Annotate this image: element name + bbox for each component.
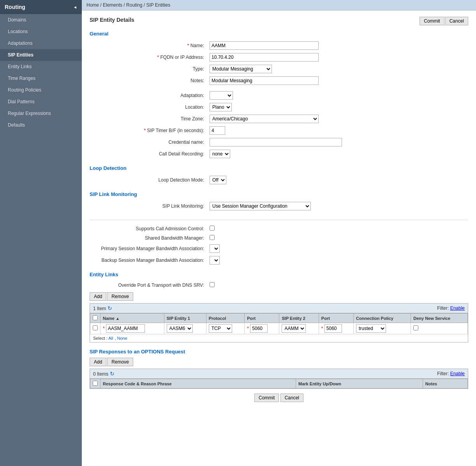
cancel-button-top[interactable]: Cancel <box>445 17 468 25</box>
sidebar-item-dial-patterns[interactable]: Dial Patterns <box>0 96 82 108</box>
admission-section: Supports Call Admission Control: Shared … <box>90 220 468 266</box>
row-protocol-select[interactable]: TCP TLS UDP <box>209 324 232 333</box>
sidebar-item-regular-expressions[interactable]: Regular Expressions <box>0 108 82 119</box>
credential-input[interactable] <box>210 138 342 147</box>
entity-links-remove-btn[interactable]: Remove <box>107 292 133 301</box>
entity-links-table: Name ▲ SIP Entity 1 Protocol Port SIP En… <box>90 313 468 334</box>
sip-link-label: SIP Link Monitoring: <box>90 200 206 212</box>
adaptation-select[interactable] <box>210 91 233 100</box>
entity-links-section: Entity Links Override Port & Transport w… <box>90 272 468 342</box>
primary-bw-label: Primary Session Manager Bandwidth Associ… <box>90 243 206 254</box>
sidebar-item-domains[interactable]: Domains <box>0 14 82 26</box>
row-port2-input[interactable] <box>324 324 342 333</box>
sip-col-notes: Notes <box>423 379 467 388</box>
primary-bw-select[interactable] <box>210 244 220 253</box>
select-all-checkbox[interactable] <box>93 315 98 320</box>
sip-add-btn[interactable]: Add <box>90 358 106 366</box>
entity-links-table-header: 1 Item ↻ Filter: Enable <box>90 304 468 313</box>
type-select[interactable]: Modular Messaging SIP Trunk PSTN Voice P… <box>210 65 272 73</box>
type-label: Type: <box>90 63 206 75</box>
general-form: * Name: * FQDN or IP Address: Type: <box>90 40 468 160</box>
main-content: Home / Elements / Routing / SIP Entities… <box>82 0 476 466</box>
general-section-header: General <box>90 31 468 37</box>
entity-links-count: 1 Item ↻ <box>93 305 112 311</box>
sidebar-arrow-icon: ◄ <box>73 5 77 9</box>
row-checkbox[interactable] <box>93 325 98 330</box>
col-name: Name ▲ <box>100 314 164 323</box>
dns-checkbox[interactable] <box>210 282 215 287</box>
sidebar-item-routing-policies[interactable]: Routing Policies <box>0 84 82 96</box>
col-sip1: SIP Entity 1 <box>164 314 206 323</box>
loop-mode-select[interactable]: Off On <box>210 176 226 184</box>
entity-links-table-wrapper: 1 Item ↻ Filter: Enable <box>90 303 468 342</box>
backup-bw-select[interactable] <box>210 256 220 265</box>
bottom-buttons: Commit Cancel <box>90 394 468 402</box>
timezone-label: Time Zone: <box>90 113 206 125</box>
filter-enable-link[interactable]: Enable <box>450 305 465 311</box>
loop-detection-form: Loop Detection Mode: Off On <box>90 174 468 186</box>
select-none-link[interactable]: None <box>117 336 127 341</box>
sip-responses-buttons: Add Remove <box>90 358 468 366</box>
filter-area: Filter: Enable <box>437 305 465 311</box>
bandwidth-checkbox[interactable] <box>210 235 215 240</box>
row-port1-input[interactable] <box>250 324 268 333</box>
cdr-select[interactable]: none yes <box>210 150 230 158</box>
cancel-button-bottom[interactable]: Cancel <box>280 394 303 402</box>
sip-select-all-checkbox[interactable] <box>93 381 98 386</box>
fqdn-input[interactable] <box>210 53 319 62</box>
sidebar-item-defaults[interactable]: Defaults <box>0 119 82 131</box>
row-connection-policy-select[interactable]: trusted untrusted <box>356 324 386 333</box>
loop-mode-label: Loop Detection Mode: <box>90 174 206 186</box>
refresh-icon[interactable]: ↻ <box>108 305 112 311</box>
name-input[interactable] <box>210 41 319 50</box>
location-select[interactable]: Plano <box>210 103 232 111</box>
sip-timer-input[interactable] <box>210 126 225 135</box>
select-all-link[interactable]: All <box>108 336 113 341</box>
entity-links-buttons: Add Remove <box>90 292 468 301</box>
sip-link-select[interactable]: Use Session Manager Configuration Link M… <box>210 202 311 210</box>
sidebar-item-time-ranges[interactable]: Time Ranges <box>0 72 82 84</box>
col-protocol: Protocol <box>206 314 245 323</box>
location-label: Location: <box>90 101 206 113</box>
dns-form: Override Port & Transport with DNS SRV: <box>90 281 468 290</box>
sidebar-item-locations[interactable]: Locations <box>0 26 82 37</box>
sidebar-routing-label: Routing <box>5 4 25 10</box>
sip-filter-enable-link[interactable]: Enable <box>450 371 465 376</box>
sip-col-checkbox <box>90 379 100 388</box>
sip-remove-btn[interactable]: Remove <box>107 358 133 366</box>
loop-detection-header: Loop Detection <box>90 165 468 171</box>
page-title: SIP Entity Details <box>90 17 134 23</box>
call-admission-label: Supports Call Admission Control: <box>90 224 206 233</box>
fqdn-label: * FQDN or IP Address: <box>90 51 206 63</box>
col-deny: Deny New Service <box>411 314 468 323</box>
notes-input[interactable] <box>210 76 319 85</box>
call-admission-checkbox[interactable] <box>210 226 215 231</box>
commit-button-top[interactable]: Commit <box>420 17 444 25</box>
sidebar-item-adaptations[interactable]: Adaptations <box>0 37 82 49</box>
breadcrumb: Home / Elements / Routing / SIP Entities <box>82 0 476 11</box>
sip-refresh-icon[interactable]: ↻ <box>110 371 115 377</box>
col-port1: Port <box>245 314 279 323</box>
sip-link-header: SIP Link Monitoring <box>90 191 468 197</box>
select-links: Select : All, None <box>90 334 468 342</box>
cdr-label: Call Detail Recording: <box>90 148 206 160</box>
row-sip2-select[interactable]: AAMM <box>282 324 306 333</box>
commit-button-bottom[interactable]: Commit <box>254 394 279 402</box>
dns-label: Override Port & Transport with DNS SRV: <box>90 281 206 290</box>
sidebar-routing-header[interactable]: Routing ◄ <box>0 0 82 14</box>
entity-links-header-row: Name ▲ SIP Entity 1 Protocol Port SIP En… <box>90 314 468 323</box>
entity-links-add-btn[interactable]: Add <box>90 292 106 301</box>
col-connection-policy: Connection Policy <box>354 314 411 323</box>
sip-responses-section: SIP Responses to an OPTIONS Request Add … <box>90 349 468 389</box>
row-deny-checkbox[interactable] <box>413 325 418 330</box>
row-name-input[interactable] <box>106 324 145 333</box>
adaptation-label: Adaptation: <box>90 90 206 101</box>
sidebar-item-sip-entities[interactable]: SIP Entities <box>0 49 82 61</box>
timezone-select[interactable]: America/Chicago America/New_York UTC <box>210 115 319 123</box>
sidebar-item-entity-links[interactable]: Entity Links <box>0 61 82 72</box>
col-port2: Port <box>319 314 353 323</box>
sip-link-form: SIP Link Monitoring: Use Session Manager… <box>90 200 468 212</box>
row-sip1-select[interactable]: AASM6 <box>167 324 193 333</box>
table-row: * AASM6 TCP <box>90 323 468 334</box>
sip-responses-header-row: Response Code & Reason Phrase Mark Entit… <box>90 379 468 388</box>
